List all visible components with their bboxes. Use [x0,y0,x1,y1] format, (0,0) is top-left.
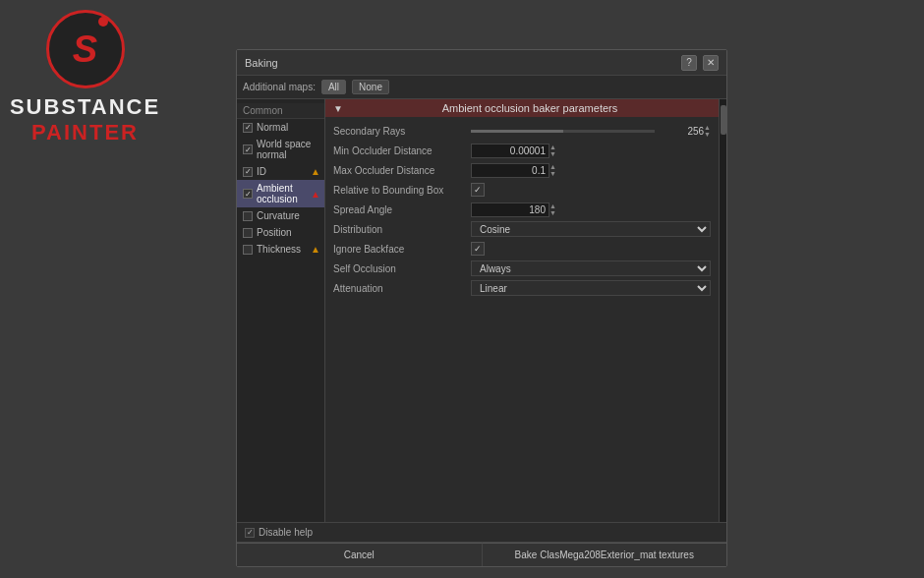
vertical-scrollbar[interactable] [719,99,726,522]
param-row-self-occlusion: Self Occlusion Always Never [325,259,719,278]
secondary-rays-stepper[interactable]: ▲▼ [704,124,711,138]
ao-warn-icon: ▲ [311,189,320,200]
none-maps-button[interactable]: None [352,80,389,94]
normal-label: Normal [257,122,288,133]
secondary-rays-value: 256 ▲▼ [471,124,711,138]
param-row-spread-angle: Spread Angle ▲▼ [325,200,719,219]
id-checkbox[interactable]: ✓ [243,167,253,177]
disable-help-checkbox[interactable]: ✓ [245,528,255,538]
spread-angle-input[interactable] [471,202,549,217]
cancel-button[interactable]: Cancel [237,543,483,566]
id-label: ID [257,166,266,177]
spread-angle-label: Spread Angle [333,204,471,215]
sidebar-item-normal[interactable]: ✓ Normal [237,119,324,136]
spread-angle-stepper[interactable]: ▲▼ [549,202,556,216]
curvature-checkbox[interactable] [243,211,253,221]
self-occlusion-select[interactable]: Always Never [471,260,711,276]
bottom-area: ✓ Disable help [237,522,726,542]
attenuation-select[interactable]: Linear None Quadratic [471,280,711,296]
main-content: Common ✓ Normal ✓ World space normal ✓ I… [237,99,726,522]
help-button[interactable]: ? [681,55,697,71]
sidebar-item-ambient-occlusion[interactable]: ✓ Ambient occlusion ▲ [237,180,324,207]
relative-bounding-label: Relative to Bounding Box [333,185,471,196]
max-occluder-input[interactable] [471,163,549,178]
max-occluder-stepper[interactable]: ▲▼ [549,163,556,177]
distribution-value: Cosine Uniform [471,221,711,237]
ao-collapse-arrow[interactable]: ▼ [333,103,343,114]
relative-bounding-value: ✓ [471,183,711,197]
disable-help-row: ✓ Disable help [245,527,313,538]
title-bar: Baking ? ✕ [237,50,726,76]
ignore-backface-value: ✓ [471,242,711,256]
distribution-select[interactable]: Cosine Uniform [471,221,711,237]
additional-maps-label: Additional maps: [243,82,316,92]
param-row-attenuation: Attenuation Linear None Quadratic [325,278,719,298]
max-occluder-label: Max Occluder Distance [333,165,471,176]
logo-circle: S [46,10,125,88]
thickness-warn-icon: ▲ [311,244,320,255]
curvature-label: Curvature [257,210,300,221]
secondary-rays-slider-container [471,130,655,133]
logo-painter-text: PAINTER [31,120,139,145]
world-space-normal-checkbox[interactable]: ✓ [243,144,253,154]
secondary-rays-slider[interactable] [471,130,655,133]
disable-help-label: Disable help [259,527,313,538]
min-occluder-stepper[interactable]: ▲▼ [549,144,556,157]
sidebar-item-world-space-normal[interactable]: ✓ World space normal [237,136,324,163]
secondary-rays-label: Secondary Rays [333,126,471,137]
ao-panel-title: Ambient occlusion baker parameters [349,102,711,114]
param-row-secondary-rays: Secondary Rays 256 ▲▼ [325,121,719,141]
position-label: Position [257,227,292,238]
param-row-relative-bounding: Relative to Bounding Box ✓ [325,180,719,200]
attenuation-label: Attenuation [333,283,471,294]
ignore-backface-checkbox[interactable]: ✓ [471,242,485,256]
all-maps-button[interactable]: All [321,80,346,94]
ignore-backface-label: Ignore Backface [333,244,471,255]
bake-button[interactable]: Bake ClasMega208Exterior_mat textures [483,543,727,566]
params-table: Secondary Rays 256 ▲▼ Min Occluder Dista… [325,117,719,522]
title-controls: ? ✕ [681,55,719,71]
attenuation-value: Linear None Quadratic [471,280,711,296]
ao-label: Ambient occlusion [257,183,318,204]
self-occlusion-value: Always Never [471,260,711,276]
logo-dot [98,17,108,27]
scrollbar-thumb[interactable] [721,105,726,135]
ao-checkbox[interactable]: ✓ [243,189,253,199]
min-occluder-label: Min Occluder Distance [333,145,471,156]
logo-substance-text: SUBSTANCE [10,94,160,120]
sidebar-item-thickness[interactable]: Thickness ▲ [237,241,324,258]
logo-s-icon: S [73,29,97,71]
right-panel: ▼ Ambient occlusion baker parameters Sec… [325,99,719,522]
relative-bounding-checkbox[interactable]: ✓ [471,183,485,197]
sidebar-section-common: Common [237,103,324,119]
self-occlusion-label: Self Occlusion [333,263,471,274]
world-space-normal-label: World space normal [257,139,318,160]
param-row-min-occluder: Min Occluder Distance ▲▼ [325,141,719,160]
spread-angle-value: ▲▼ [471,202,711,217]
thickness-label: Thickness [257,244,301,255]
sidebar-item-id[interactable]: ✓ ID ▲ [237,163,324,180]
distribution-label: Distribution [333,224,471,235]
sidebar-item-position[interactable]: Position [237,224,324,241]
sidebar-item-curvature[interactable]: Curvature [237,207,324,224]
param-row-ignore-backface: Ignore Backface ✓ [325,239,719,259]
param-row-distribution: Distribution Cosine Uniform [325,219,719,239]
param-row-max-occluder: Max Occluder Distance ▲▼ [325,160,719,180]
secondary-rays-number: 256 [655,126,704,137]
normal-checkbox[interactable]: ✓ [243,123,253,133]
ao-header: ▼ Ambient occlusion baker parameters [325,99,719,117]
action-buttons: Cancel Bake ClasMega208Exterior_mat text… [237,542,726,566]
position-checkbox[interactable] [243,228,253,238]
baking-dialog: Baking ? ✕ Additional maps: All None Com… [236,49,727,567]
min-occluder-input[interactable] [471,144,549,158]
close-button[interactable]: ✕ [703,55,719,71]
max-occluder-value: ▲▼ [471,163,711,178]
left-sidebar: Common ✓ Normal ✓ World space normal ✓ I… [237,99,325,522]
id-warn-icon: ▲ [311,166,320,177]
dialog-title: Baking [245,57,278,69]
min-occluder-value: ▲▼ [471,144,711,158]
additional-maps-row: Additional maps: All None [237,76,726,99]
logo-area: S SUBSTANCE PAINTER [10,10,160,145]
thickness-checkbox[interactable] [243,245,253,255]
